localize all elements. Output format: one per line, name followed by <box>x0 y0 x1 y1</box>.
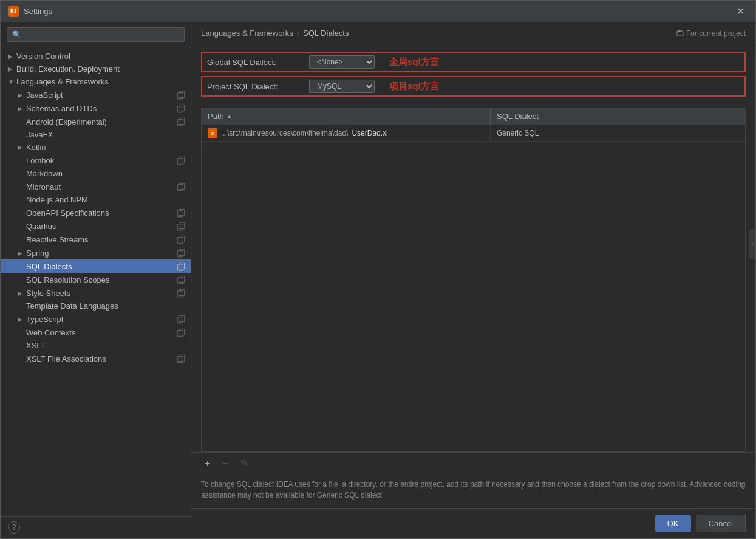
add-button[interactable]: + <box>201 457 214 470</box>
sidebar-item-web-contexts[interactable]: Web Contexts <box>1 326 191 339</box>
copy-icon <box>176 208 186 218</box>
copy-icon <box>176 103 186 113</box>
sidebar-item-label: Template Data Languages <box>26 301 186 311</box>
tree-container: ▶ Version Control ▶ Build, Execution, De… <box>1 47 191 516</box>
global-dialect-annotation: 全局sql方言 <box>389 57 439 68</box>
settings-area: Global SQL Dialect: <None> Generic SQL M… <box>191 44 755 108</box>
svg-rect-8 <box>177 185 183 191</box>
sidebar-item-languages-frameworks[interactable]: ▼ Languages & Frameworks <box>1 75 191 88</box>
expand-arrow: ▶ <box>18 250 26 256</box>
svg-rect-24 <box>177 317 183 323</box>
col-path-header: Path ▲ <box>202 108 490 125</box>
window-title: Settings <box>24 7 733 16</box>
sidebar-item-style-sheets[interactable]: ▶ Style Sheets <box>1 286 191 300</box>
sidebar-item-label: Web Contexts <box>26 328 174 337</box>
global-dialect-label: Global SQL Dialect: <box>207 58 304 67</box>
sidebar-item-kotlin[interactable]: ▶ Kotlin <box>1 141 191 154</box>
svg-rect-28 <box>177 357 183 363</box>
edit-button[interactable]: ✎ <box>237 456 252 470</box>
sidebar-item-label: Kotlin <box>26 143 186 152</box>
sidebar-item-label: Markdown <box>26 169 186 178</box>
row-dialect-value: Generic SQL <box>497 129 539 137</box>
app-icon: IU <box>8 6 19 17</box>
svg-rect-10 <box>177 211 183 217</box>
sidebar-item-build-execution[interactable]: ▶ Build, Execution, Deployment <box>1 63 191 75</box>
sidebar-item-xslt[interactable]: XSLT <box>1 339 191 352</box>
sidebar-item-xslt-file-assoc[interactable]: XSLT File Associations <box>1 352 191 365</box>
right-panel: Languages & Frameworks › SQL Dialects Fo… <box>191 22 755 538</box>
sidebar-item-label: Schemas and DTDs <box>26 104 174 113</box>
svg-rect-7 <box>179 157 185 163</box>
project-dialect-select[interactable]: MySQL <None> Generic SQL PostgreSQL Orac… <box>309 80 375 93</box>
sidebar-item-typescript[interactable]: ▶ TypeScript <box>1 312 191 326</box>
sidebar-item-label: Lombok <box>26 156 174 165</box>
for-project-label: For current project <box>676 29 746 38</box>
sidebar-item-android[interactable]: Android (Experimental) <box>1 115 191 128</box>
sidebar-item-label: Version Control <box>16 52 186 61</box>
breadcrumb-separator: › <box>297 29 299 38</box>
svg-rect-6 <box>177 159 183 165</box>
svg-rect-26 <box>177 331 183 337</box>
sidebar-item-nodejs-npm[interactable]: Node.js and NPM <box>1 193 191 206</box>
xml-file-icon: x <box>208 128 217 138</box>
search-input[interactable] <box>7 27 185 42</box>
sidebar-item-label: Quarkus <box>26 222 174 231</box>
sidebar-item-schemas-dtds[interactable]: ▶ Schemas and DTDs <box>1 101 191 115</box>
copy-icon <box>176 182 186 191</box>
svg-rect-3 <box>179 105 185 111</box>
sidebar-item-template-data[interactable]: Template Data Languages <box>1 300 191 312</box>
sidebar: ▶ Version Control ▶ Build, Execution, De… <box>1 22 191 538</box>
svg-rect-21 <box>179 276 185 282</box>
global-dialect-select[interactable]: <None> Generic SQL MySQL PostgreSQL Orac… <box>309 55 375 69</box>
copy-icon <box>176 314 186 324</box>
col-dialect-header: SQL Dialect <box>490 108 745 125</box>
sidebar-item-label: OpenAPI Specifications <box>26 208 174 218</box>
close-button[interactable]: ✕ <box>733 4 748 18</box>
svg-rect-4 <box>177 120 183 126</box>
ok-button[interactable]: OK <box>655 515 691 532</box>
expand-arrow: ▶ <box>18 144 26 151</box>
sidebar-item-sql-dialects[interactable]: SQL Dialects <box>1 259 191 273</box>
expand-arrow: ▶ <box>8 66 16 72</box>
project-dialect-annotation: 项目sql方言 <box>389 81 439 92</box>
copy-icon <box>176 90 186 100</box>
remove-button[interactable]: − <box>219 457 231 470</box>
svg-rect-25 <box>179 315 185 321</box>
table-row[interactable]: x ...\src\main\resources\com\itheima\dao… <box>202 125 745 142</box>
sidebar-item-label: Build, Execution, Deployment <box>16 64 186 74</box>
copy-icon <box>176 235 186 244</box>
sidebar-item-label: Micronaut <box>26 182 174 191</box>
table-body: x ...\src\main\resources\com\itheima\dao… <box>202 125 745 451</box>
sidebar-item-reactive-streams[interactable]: Reactive Streams <box>1 233 191 246</box>
help-icon[interactable]: ? <box>8 521 20 534</box>
table-header: Path ▲ SQL Dialect <box>202 108 745 125</box>
sidebar-item-label: Reactive Streams <box>26 235 174 244</box>
copy-icon <box>176 354 186 363</box>
expand-arrow: ▶ <box>18 105 26 112</box>
sidebar-item-quarkus[interactable]: Quarkus <box>1 219 191 233</box>
sidebar-item-label: Node.js and NPM <box>26 195 186 204</box>
table-cell-dialect: Generic SQL <box>490 126 745 140</box>
sidebar-item-javafx[interactable]: JavaFX <box>1 128 191 141</box>
sidebar-item-markdown[interactable]: Markdown <box>1 167 191 180</box>
expand-arrow: ▶ <box>18 316 26 323</box>
svg-rect-1 <box>179 91 185 97</box>
svg-rect-31 <box>678 30 681 32</box>
copy-icon <box>176 328 186 337</box>
sidebar-item-label: SQL Dialects <box>26 262 174 271</box>
col-dialect-label: SQL Dialect <box>497 112 539 121</box>
expand-arrow: ▼ <box>8 78 16 85</box>
breadcrumb-parent: Languages & Frameworks <box>201 29 293 38</box>
sidebar-item-openapi[interactable]: OpenAPI Specifications <box>1 206 191 219</box>
sidebar-item-javascript[interactable]: ▶ JavaScript <box>1 88 191 101</box>
sidebar-item-sql-resolution[interactable]: SQL Resolution Scopes <box>1 273 191 286</box>
sidebar-item-spring[interactable]: ▶ Spring <box>1 246 191 259</box>
sidebar-item-micronaut[interactable]: Micronaut <box>1 180 191 193</box>
svg-rect-22 <box>177 291 183 297</box>
cancel-button[interactable]: Cancel <box>696 515 746 532</box>
sidebar-item-lombok[interactable]: Lombok <box>1 154 191 167</box>
col-path-label: Path <box>208 112 224 121</box>
right-edge-handle[interactable]: } <box>749 229 755 259</box>
breadcrumb-current: SQL Dialects <box>303 29 349 38</box>
sidebar-item-version-control[interactable]: ▶ Version Control <box>1 50 191 63</box>
